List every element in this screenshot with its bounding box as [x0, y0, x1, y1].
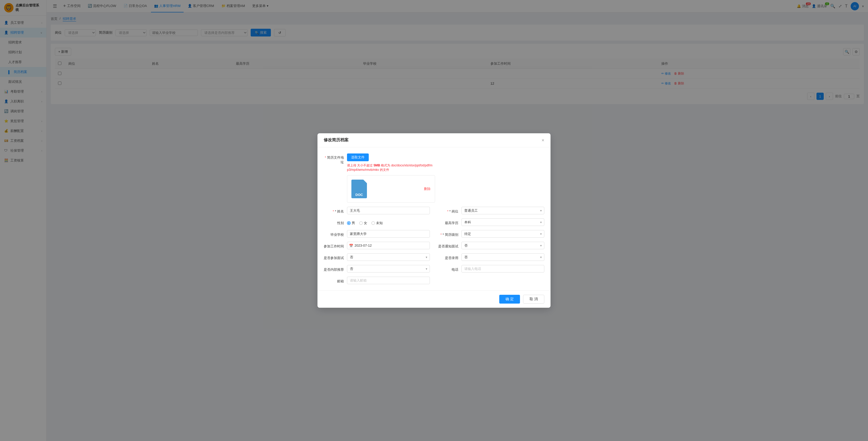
upload-hint1: 请上传 大小不超过 5MB 格式为 doc/docx/xls/xlsx/ppt/…: [347, 163, 544, 168]
hired-select[interactable]: 否: [461, 253, 544, 261]
work-time-input-wrap: 📅: [347, 242, 430, 249]
edu-label: 最高学历: [438, 219, 461, 226]
upload-label: 简历文件地址: [324, 154, 347, 203]
notify-interview-field-group: 是否通知面试 否: [438, 242, 544, 249]
hired-select-wrap: 否: [461, 253, 544, 261]
work-time-label: 参加工作时间: [324, 242, 347, 249]
edu-select-wrap: 本科: [461, 218, 544, 226]
resume-level-field-group: * 简历级别 待定: [438, 230, 544, 238]
upload-content: 选取文件 请上传 大小不超过 5MB 格式为 doc/docx/xls/xlsx…: [347, 154, 544, 203]
join-interview-field-group: 是否参加面试 否: [324, 253, 430, 261]
name-field-group: * 姓名: [324, 207, 430, 214]
phone-input[interactable]: [461, 265, 544, 273]
modal-footer: 确 定 取 消: [317, 291, 551, 308]
gender-male-radio[interactable]: [347, 221, 351, 225]
gender-female-radio[interactable]: [359, 221, 363, 225]
school-label: 毕业学校: [324, 231, 347, 237]
upload-hint2: p3/mp4/wmv/rmvb/mkv 的文件: [347, 168, 544, 172]
notify-interview-select-wrap: 否: [461, 242, 544, 249]
modal-close-button[interactable]: ×: [541, 138, 544, 143]
position-field-group: * 岗位 普通员工: [438, 207, 544, 214]
gender-field-group: 性别 男 女 未知: [324, 218, 430, 226]
internal-select[interactable]: 否: [347, 265, 430, 273]
gender-unknown-radio[interactable]: [371, 221, 375, 225]
gender-male-option[interactable]: 男: [347, 221, 355, 226]
gender-unknown-label: 未知: [376, 221, 383, 226]
gender-label: 性别: [324, 219, 347, 226]
edu-select[interactable]: 本科: [461, 218, 544, 226]
notify-interview-label: 是否通知面试: [438, 242, 461, 249]
hired-field-group: 是否录用 否: [438, 253, 544, 261]
join-interview-select-wrap: 否: [347, 253, 430, 261]
gender-radio-group: 男 女 未知: [347, 219, 383, 226]
select-file-button[interactable]: 选取文件: [347, 154, 369, 161]
modal-header: 修改简历档案 ×: [317, 133, 551, 147]
resume-level-label: * 简历级别: [438, 231, 461, 237]
gender-unknown-option[interactable]: 未知: [371, 221, 383, 226]
gender-female-label: 女: [364, 221, 367, 226]
phone-label: 电话: [438, 266, 461, 272]
phone-field-group: 电话: [438, 265, 544, 273]
modal-edit-resume: 修改简历档案 × 简历文件地址 选取文件 请上传 大小不超过 5MB 格式为 d…: [317, 133, 551, 308]
hired-label: 是否录用: [438, 254, 461, 260]
work-time-input[interactable]: [347, 242, 430, 249]
name-input-wrap: [347, 207, 430, 214]
work-time-field-group: 参加工作时间 📅: [324, 242, 430, 249]
internal-select-wrap: 否: [347, 265, 430, 273]
file-type-label: DOC: [355, 193, 363, 197]
edu-field-group: 最高学历 本科: [438, 218, 544, 226]
file-preview: DOC 删除: [347, 175, 435, 203]
modal-title: 修改简历档案: [324, 137, 348, 143]
school-input-wrap: [347, 230, 430, 238]
modal-body: 简历文件地址 选取文件 请上传 大小不超过 5MB 格式为 doc/docx/x…: [317, 147, 551, 291]
internal-field-group: 是否内部推荐 否: [324, 265, 430, 273]
school-input[interactable]: [347, 230, 430, 238]
resume-level-select[interactable]: 待定: [461, 230, 544, 238]
form-grid-empty-right: [438, 277, 544, 284]
position-select-wrap: 普通员工: [461, 207, 544, 214]
join-interview-select[interactable]: 否: [347, 253, 430, 261]
name-label: * 姓名: [324, 207, 347, 214]
phone-input-wrap: [461, 265, 544, 273]
gender-male-label: 男: [352, 221, 355, 226]
form-grid: * 姓名 * 岗位 普通员工 性别: [324, 207, 544, 284]
confirm-button[interactable]: 确 定: [499, 295, 520, 304]
position-select[interactable]: 普通员工: [461, 207, 544, 214]
file-delete-button[interactable]: 删除: [424, 186, 431, 191]
email-input[interactable]: [347, 277, 430, 284]
email-label: 邮箱: [324, 277, 347, 284]
school-field-group: 毕业学校: [324, 230, 430, 238]
name-input[interactable]: [347, 207, 430, 214]
gender-female-option[interactable]: 女: [359, 221, 367, 226]
join-interview-label: 是否参加面试: [324, 254, 347, 260]
internal-label: 是否内部推荐: [324, 266, 347, 272]
cancel-button[interactable]: 取 消: [523, 295, 544, 304]
notify-interview-select[interactable]: 否: [461, 242, 544, 249]
position-label: * 岗位: [438, 207, 461, 214]
upload-section: 简历文件地址 选取文件 请上传 大小不超过 5MB 格式为 doc/docx/x…: [324, 154, 544, 203]
modal-overlay[interactable]: 修改简历档案 × 简历文件地址 选取文件 请上传 大小不超过 5MB 格式为 d…: [0, 0, 868, 441]
resume-level-select-wrap: 待定: [461, 230, 544, 238]
email-field-group: 邮箱: [324, 277, 430, 284]
file-doc-icon: DOC: [351, 180, 367, 198]
email-input-wrap: [347, 277, 430, 284]
